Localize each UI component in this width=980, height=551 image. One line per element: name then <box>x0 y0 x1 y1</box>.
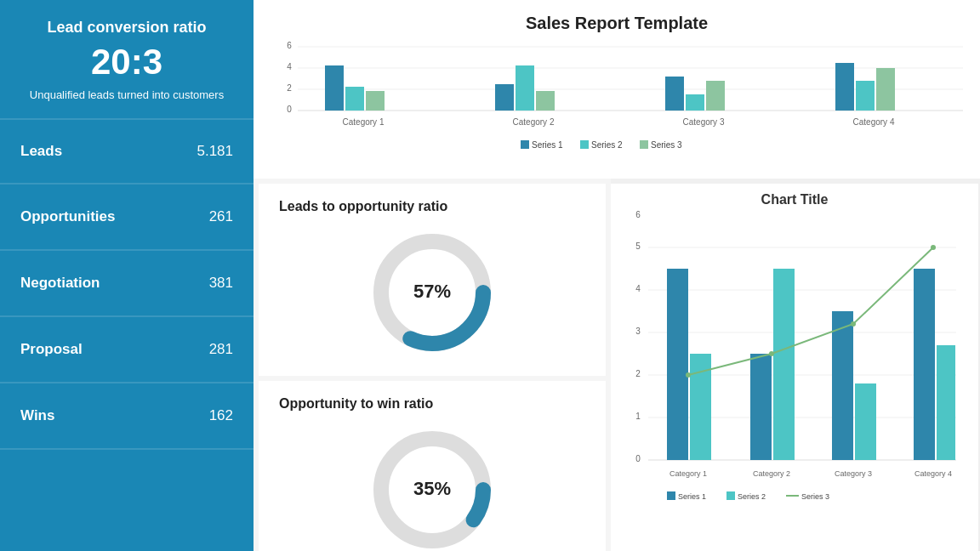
bottom-right: Chart Title 0 1 2 3 4 5 6 <box>611 184 978 551</box>
svg-rect-53 <box>773 269 795 460</box>
svg-text:4: 4 <box>287 62 292 71</box>
sidebar-item-value-1: 261 <box>209 208 233 225</box>
opportunity-donut-container: 35% <box>279 422 585 551</box>
svg-rect-49 <box>667 269 688 460</box>
svg-text:Category 4: Category 4 <box>853 117 895 127</box>
svg-rect-8 <box>325 65 344 111</box>
svg-point-64 <box>931 245 936 250</box>
sidebar-item-opportunities: Opportunities 261 <box>0 185 254 251</box>
svg-text:Category 2: Category 2 <box>753 469 790 478</box>
svg-text:2: 2 <box>635 369 641 378</box>
svg-rect-26 <box>580 140 589 149</box>
svg-text:Series 3: Series 3 <box>801 492 829 501</box>
svg-text:0: 0 <box>635 454 641 463</box>
svg-rect-58 <box>914 269 935 460</box>
svg-text:Series 1: Series 1 <box>532 140 563 150</box>
leads-donut-container: 57% <box>279 224 585 361</box>
sidebar-ratio: 20:3 <box>17 42 236 82</box>
sidebar-header: Lead conversion ratio 20:3 Unqualified l… <box>0 0 254 118</box>
svg-text:Category 1: Category 1 <box>343 117 385 127</box>
opportunity-ratio-card: Opportunity to win ratio 35% <box>259 381 606 551</box>
svg-rect-24 <box>521 140 529 149</box>
svg-rect-16 <box>665 77 684 111</box>
svg-point-62 <box>769 351 774 356</box>
svg-rect-67 <box>726 491 735 500</box>
sidebar-item-label-3: Proposal <box>20 341 83 358</box>
sidebar-item-label-2: Negotiation <box>20 275 100 292</box>
svg-rect-59 <box>937 345 955 460</box>
sidebar-item-label-1: Opportunities <box>20 208 115 225</box>
sidebar-item-label-0: Leads <box>20 143 62 160</box>
svg-rect-10 <box>366 91 385 111</box>
sidebar-item-value-0: 5.181 <box>197 143 233 160</box>
right-chart-title: Chart Title <box>624 192 965 207</box>
sidebar-items: Leads 5.181 Opportunities 261 Negotiatio… <box>0 118 254 551</box>
svg-text:Category 3: Category 3 <box>835 469 872 478</box>
svg-rect-56 <box>855 383 876 460</box>
svg-point-63 <box>851 321 856 327</box>
svg-text:Series 1: Series 1 <box>678 492 706 501</box>
svg-rect-12 <box>495 84 514 111</box>
svg-rect-17 <box>686 94 704 111</box>
svg-text:35%: 35% <box>413 478 451 499</box>
svg-rect-21 <box>856 81 875 111</box>
leads-ratio-title: Leads to opportunity ratio <box>279 199 447 214</box>
opportunity-donut-chart: 35% <box>364 422 500 551</box>
svg-rect-65 <box>667 491 675 500</box>
sidebar-item-value-2: 381 <box>209 275 233 292</box>
svg-rect-14 <box>536 91 555 111</box>
sidebar-subtitle: Unqualified leads turned into customers <box>17 88 236 103</box>
svg-text:6: 6 <box>635 211 641 219</box>
sidebar-item-negotiation: Negotiation 381 <box>0 251 254 317</box>
svg-rect-28 <box>640 140 648 149</box>
svg-text:4: 4 <box>635 284 641 293</box>
svg-point-61 <box>686 372 691 378</box>
main-content: Sales Report Template 6 4 2 0 Category 1… <box>254 0 980 551</box>
sidebar-item-label-4: Wins <box>20 407 54 424</box>
svg-text:6: 6 <box>287 41 292 50</box>
svg-rect-9 <box>345 87 364 111</box>
leads-ratio-card: Leads to opportunity ratio 57% <box>259 184 606 376</box>
svg-text:1: 1 <box>635 412 641 421</box>
top-section: Sales Report Template 6 4 2 0 Category 1… <box>254 0 980 179</box>
svg-text:Series 2: Series 2 <box>591 140 623 150</box>
svg-text:Category 2: Category 2 <box>513 117 555 127</box>
svg-text:Series 3: Series 3 <box>651 140 682 150</box>
svg-rect-52 <box>750 354 772 460</box>
bottom-left: Leads to opportunity ratio 57% Opportuni… <box>254 179 611 551</box>
svg-text:Category 3: Category 3 <box>683 117 725 127</box>
top-chart-title: Sales Report Template <box>274 14 960 33</box>
svg-rect-22 <box>876 68 895 111</box>
sidebar-item-leads: Leads 5.181 <box>0 118 254 185</box>
svg-text:3: 3 <box>635 327 641 336</box>
svg-rect-55 <box>832 311 853 460</box>
opportunity-ratio-title: Opportunity to win ratio <box>279 396 433 412</box>
sidebar-title: Lead conversion ratio <box>17 19 236 37</box>
svg-text:2: 2 <box>287 83 292 93</box>
sidebar-item-proposal: Proposal 281 <box>0 317 254 383</box>
svg-text:Series 2: Series 2 <box>738 492 766 501</box>
leads-donut-chart: 57% <box>364 224 500 361</box>
top-bar-chart: 6 4 2 0 Category 1 Category 2 <box>274 40 971 168</box>
svg-text:0: 0 <box>287 105 292 114</box>
svg-text:Category 4: Category 4 <box>914 469 952 478</box>
sidebar-item-wins: Wins 162 <box>0 383 254 450</box>
svg-text:5: 5 <box>635 241 641 251</box>
sidebar-item-value-3: 281 <box>209 341 233 358</box>
svg-rect-18 <box>706 81 725 111</box>
svg-text:Category 1: Category 1 <box>669 469 707 478</box>
right-combo-chart: 0 1 2 3 4 5 6 Category 1 <box>624 211 965 525</box>
sidebar: Lead conversion ratio 20:3 Unqualified l… <box>0 0 254 551</box>
bottom-section: Leads to opportunity ratio 57% Opportuni… <box>254 179 980 551</box>
svg-rect-20 <box>835 63 854 111</box>
sidebar-item-value-4: 162 <box>209 407 233 424</box>
svg-rect-13 <box>516 65 534 111</box>
svg-text:57%: 57% <box>413 281 451 302</box>
